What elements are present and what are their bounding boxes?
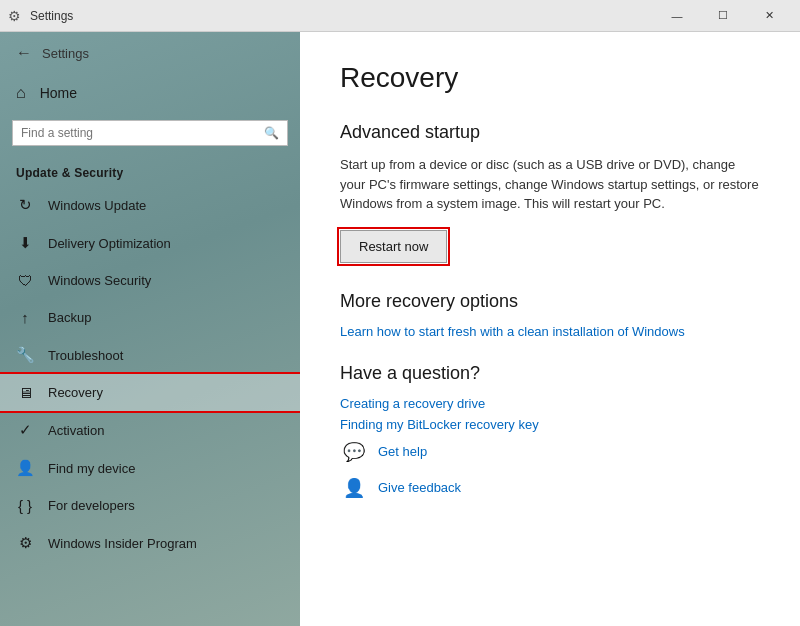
recovery-icon: 🖥 (16, 384, 34, 401)
titlebar: ⚙ Settings — ☐ ✕ (0, 0, 800, 32)
search-input[interactable] (21, 126, 264, 140)
main-area: ← Settings ⌂ Home 🔍 Update & Security ↻ … (0, 32, 800, 626)
titlebar-title: Settings (30, 9, 654, 23)
sidebar-item-backup[interactable]: ↑ Backup (0, 299, 300, 336)
windows-update-icon: ↻ (16, 196, 34, 214)
find-device-icon: 👤 (16, 459, 34, 477)
backup-icon: ↑ (16, 309, 34, 326)
home-label: Home (40, 85, 77, 101)
sidebar-item-label: Troubleshoot (48, 348, 123, 363)
sidebar-item-windows-security[interactable]: 🛡 Windows Security (0, 262, 300, 299)
recovery-drive-link[interactable]: Creating a recovery drive (340, 396, 760, 411)
insider-icon: ⚙ (16, 534, 34, 552)
troubleshoot-icon: 🔧 (16, 346, 34, 364)
clean-install-link[interactable]: Learn how to start fresh with a clean in… (340, 324, 760, 339)
sidebar-item-label: Find my device (48, 461, 135, 476)
sidebar-item-troubleshoot[interactable]: 🔧 Troubleshoot (0, 336, 300, 374)
sidebar-item-label: Recovery (48, 385, 103, 400)
sidebar-item-label: Windows Update (48, 198, 146, 213)
close-button[interactable]: ✕ (746, 0, 792, 32)
maximize-button[interactable]: ☐ (700, 0, 746, 32)
get-help-label: Get help (378, 444, 427, 459)
delivery-optimization-icon: ⬇ (16, 234, 34, 252)
back-button[interactable]: ← Settings (0, 32, 300, 74)
search-icon[interactable]: 🔍 (264, 126, 279, 140)
developers-icon: { } (16, 497, 34, 514)
sidebar-item-label: Windows Insider Program (48, 536, 197, 551)
advanced-startup-desc: Start up from a device or disc (such as … (340, 155, 760, 214)
sidebar-item-label: Delivery Optimization (48, 236, 171, 251)
get-help-icon: 💬 (340, 438, 368, 466)
back-arrow-icon: ← (16, 44, 32, 62)
give-feedback-item[interactable]: 👤 Give feedback (340, 474, 760, 502)
question-section: Have a question? Creating a recovery dri… (340, 363, 760, 502)
sidebar-app-name: Settings (42, 46, 89, 61)
have-question-title: Have a question? (340, 363, 760, 384)
activation-icon: ✓ (16, 421, 34, 439)
sidebar-item-activation[interactable]: ✓ Activation (0, 411, 300, 449)
bitlocker-link[interactable]: Finding my BitLocker recovery key (340, 417, 760, 432)
sidebar-item-delivery-optimization[interactable]: ⬇ Delivery Optimization (0, 224, 300, 262)
give-feedback-icon: 👤 (340, 474, 368, 502)
sidebar-section-title: Update & Security (0, 154, 300, 186)
sidebar-item-developers[interactable]: { } For developers (0, 487, 300, 524)
more-options-title: More recovery options (340, 291, 760, 312)
sidebar-item-insider[interactable]: ⚙ Windows Insider Program (0, 524, 300, 562)
sidebar-item-label: Activation (48, 423, 104, 438)
give-feedback-label: Give feedback (378, 480, 461, 495)
sidebar-item-label: For developers (48, 498, 135, 513)
settings-icon: ⚙ (8, 8, 24, 24)
content-area: Recovery Advanced startup Start up from … (300, 32, 800, 626)
sidebar-item-recovery[interactable]: 🖥 Recovery (0, 374, 300, 411)
page-title: Recovery (340, 62, 760, 94)
search-box[interactable]: 🔍 (12, 120, 288, 146)
sidebar-item-windows-update[interactable]: ↻ Windows Update (0, 186, 300, 224)
sidebar-item-label: Windows Security (48, 273, 151, 288)
sidebar-home-button[interactable]: ⌂ Home (0, 74, 300, 112)
window-controls: — ☐ ✕ (654, 0, 792, 32)
sidebar-item-find-device[interactable]: 👤 Find my device (0, 449, 300, 487)
advanced-startup-title: Advanced startup (340, 122, 760, 143)
minimize-button[interactable]: — (654, 0, 700, 32)
sidebar: ← Settings ⌂ Home 🔍 Update & Security ↻ … (0, 32, 300, 626)
sidebar-item-label: Backup (48, 310, 91, 325)
get-help-item[interactable]: 💬 Get help (340, 438, 760, 466)
home-icon: ⌂ (16, 84, 26, 102)
restart-now-button[interactable]: Restart now (340, 230, 447, 263)
windows-security-icon: 🛡 (16, 272, 34, 289)
